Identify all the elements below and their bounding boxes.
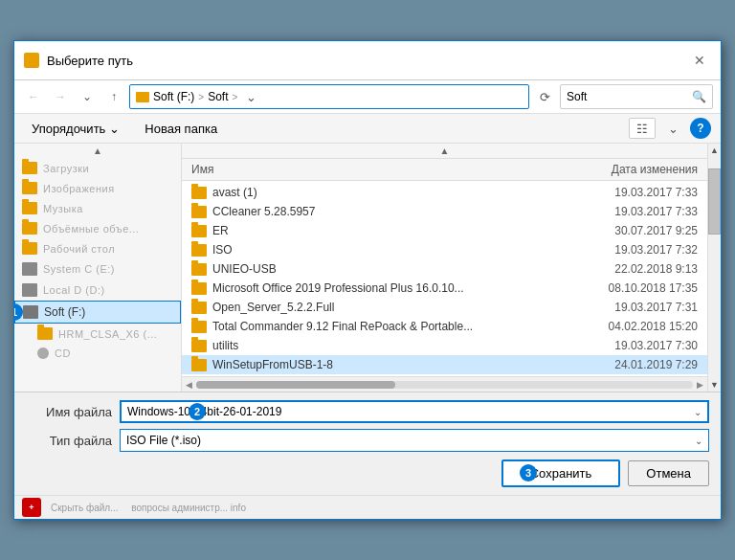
bottom-panel: Имя файла Windows-10-64bit-26-01-2019 ⌄ … [14, 392, 721, 495]
forward-button[interactable]: → [49, 85, 72, 108]
sidebar-item-soft-label: Soft (F:) [44, 305, 85, 319]
sidebar-scroll-up[interactable]: ▲ [14, 144, 181, 158]
folder-icon [191, 302, 207, 314]
sidebar-item-cd[interactable]: CD [14, 344, 181, 363]
table-row[interactable]: Total Commander 9.12 Final RePoack & Por… [182, 317, 707, 336]
filetype-row: Тип файла ISO File (*.iso) ⌄ [26, 429, 709, 452]
cancel-button[interactable]: Отмена [628, 460, 709, 486]
badge-3: 3 [520, 464, 537, 482]
view-arrow-button[interactable]: ⌄ [665, 118, 680, 139]
folder-icon [191, 225, 207, 237]
dropdown-arrow-nav[interactable]: ⌄ [76, 85, 99, 108]
sidebar-item-hrm[interactable]: HRM_CLSA_X6 (... [14, 324, 181, 344]
search-box[interactable]: 🔍 [560, 84, 713, 109]
back-button[interactable]: ← [22, 85, 45, 108]
badge-1: 1 [14, 303, 23, 321]
file-name: ISO [212, 243, 558, 257]
watermark-icon-text: + [29, 503, 33, 512]
sidebar-item-label: HRM_CLSA_X6 (... [58, 328, 157, 340]
vscroll-up[interactable]: ▲ [708, 144, 721, 157]
table-row[interactable]: ER 30.07.2017 9:25 [182, 221, 707, 240]
badge-2: 2 [189, 403, 206, 420]
filetype-dropdown-arrow[interactable]: ⌄ [695, 436, 702, 446]
watermark-bar: + Скрыть файл... вопросы администр... in… [14, 495, 721, 519]
view-button[interactable]: ☷ [629, 118, 656, 139]
filename-label: Имя файла [26, 405, 112, 419]
crumb-sep1: > [198, 92, 204, 102]
up-button[interactable]: ↑ [102, 85, 125, 108]
sidebar-item-desktop[interactable]: Рабочий стол [14, 238, 181, 258]
sidebar-item-downloads[interactable]: Загрузки [14, 158, 181, 178]
sidebar-item-label: CD [55, 347, 71, 359]
folder-icon [191, 206, 207, 218]
filename-dropdown-arrow[interactable]: ⌄ [694, 407, 702, 417]
vertical-scrollbar: ▲ ▼ [707, 144, 721, 392]
hscroll-left[interactable]: ◀ [186, 380, 192, 390]
horizontal-scrollbar[interactable]: ◀ ▶ [182, 376, 707, 392]
file-list-area: ▲ Имя Дата изменения avast (1) 19.03.201… [182, 144, 707, 392]
sidebar-item-label: Музыка [43, 203, 83, 214]
folder-icon [191, 263, 207, 276]
file-list-scroll-up[interactable]: ▲ [182, 144, 707, 159]
col-date-header: Дата изменения [564, 163, 698, 176]
sidebar-item-music[interactable]: Музыка [14, 198, 181, 218]
file-name: Microsoft Office 2019 Professional Plus … [212, 281, 558, 295]
hscroll-thumb[interactable] [196, 381, 395, 389]
crumb-soft: Soft [208, 90, 228, 103]
file-date: 19.03.2017 7:33 [564, 186, 698, 199]
watermark-icon: + [22, 498, 41, 517]
table-row[interactable]: Open_Server_5.2.2.Full 19.03.2017 7:31 [182, 298, 707, 317]
filetype-input[interactable]: ISO File (*.iso) ⌄ [120, 429, 709, 452]
dialog-window: Выберите путь ✕ ← → ⌄ ↑ Soft (F:) > Soft… [13, 40, 722, 520]
file-name: UNIEO-USB [212, 262, 558, 276]
sidebar-item-system[interactable]: System C (E:) [14, 258, 181, 280]
drive-icon [37, 347, 49, 359]
organize-button[interactable]: Упорядочить ⌄ [24, 119, 127, 139]
table-row[interactable]: avast (1) 19.03.2017 7:33 [182, 183, 707, 202]
help-button[interactable]: ? [690, 118, 711, 139]
table-row[interactable]: UNIEO-USB 22.02.2018 9:13 [182, 259, 707, 279]
address-crumb: Soft (F:) > Soft > [153, 90, 237, 103]
search-input[interactable] [567, 90, 688, 103]
sidebar-item-label: Загрузки [43, 163, 89, 174]
table-row[interactable]: ISO 19.03.2017 7:32 [182, 240, 707, 259]
file-list-header: Имя Дата изменения [182, 159, 707, 181]
folder-icon [191, 340, 207, 352]
sidebar-item-label: Local D (D:) [43, 284, 105, 296]
sidebar-item-soft[interactable]: Soft (F:) 1 [14, 301, 181, 324]
toolbar: Упорядочить ⌄ Новая папка ☷ ⌄ ? [14, 114, 721, 144]
refresh-button[interactable]: ⟳ [533, 85, 556, 108]
vscroll-track [708, 157, 721, 378]
hscroll-track [196, 381, 693, 389]
sidebar-item-label: Объёмные объе... [43, 223, 139, 235]
sidebar-item-images[interactable]: Изображения [14, 178, 181, 198]
sidebar-item-3d[interactable]: Объёмные объе... [14, 218, 181, 238]
file-name: utilits [212, 339, 558, 352]
vscroll-down[interactable]: ▼ [708, 378, 721, 392]
col-name-header: Имя [191, 163, 564, 176]
dialog-icon [24, 53, 39, 68]
file-name: Open_Server_5.2.2.Full [212, 301, 558, 314]
filename-row: Имя файла Windows-10-64bit-26-01-2019 ⌄ … [26, 400, 709, 423]
close-button[interactable]: ✕ [688, 49, 711, 72]
folder-icon [191, 359, 207, 371]
address-bar[interactable]: Soft (F:) > Soft > ⌄ [129, 84, 529, 109]
table-row[interactable]: CCleaner 5.28.5957 19.03.2017 7:33 [182, 202, 707, 221]
filetype-label: Тип файла [26, 434, 112, 448]
table-row[interactable]: utilits 19.03.2017 7:30 [182, 336, 707, 355]
watermark-text: Скрыть файл... вопросы администр... info [47, 499, 250, 517]
file-name: CCleaner 5.28.5957 [212, 205, 558, 218]
sidebar-item-local[interactable]: Local D (D:) [14, 280, 181, 301]
filetype-value: ISO File (*.iso) [126, 434, 201, 447]
table-row[interactable]: Microsoft Office 2019 Professional Plus … [182, 279, 707, 298]
filename-input[interactable]: Windows-10-64bit-26-01-2019 ⌄ [120, 400, 709, 423]
folder-icon [37, 327, 53, 340]
vscroll-thumb[interactable] [708, 168, 721, 235]
address-expand-button[interactable]: ⌄ [241, 87, 260, 106]
hscroll-right[interactable]: ▶ [697, 380, 703, 390]
title-bar: Выберите путь ✕ [14, 41, 721, 80]
new-folder-button[interactable]: Новая папка [137, 119, 225, 139]
file-date: 08.10.2018 17:35 [564, 281, 698, 295]
table-row[interactable]: WinSetupFromUSB-1-8 24.01.2019 7:29 [182, 355, 707, 374]
file-name: avast (1) [212, 186, 558, 199]
